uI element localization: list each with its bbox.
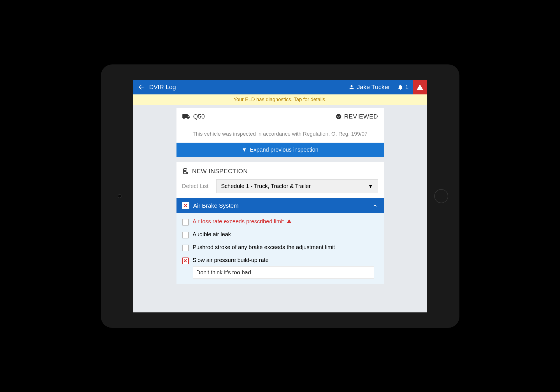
vehicle-header: Q50 REVIEWED xyxy=(176,108,384,125)
status-label: REVIEWED xyxy=(344,113,378,120)
user-menu[interactable]: Jake Tucker xyxy=(345,83,394,91)
defect-list-label: Defect List xyxy=(182,183,208,189)
check-circle-icon xyxy=(336,113,342,120)
back-button[interactable] xyxy=(133,83,149,91)
clipboard-icon xyxy=(182,168,189,175)
category-title: Air Brake System xyxy=(193,202,239,209)
defect-label: Slow air pressure build-up rate xyxy=(193,257,269,263)
diagnostics-bar[interactable]: Your ELD has diagnostics. Tap for detail… xyxy=(133,94,427,105)
notifications-button[interactable]: 1 xyxy=(393,83,412,91)
defect-item: Slow air pressure build-up rate Don't th… xyxy=(176,254,384,282)
chevron-up-icon xyxy=(372,203,378,209)
warning-icon xyxy=(287,219,292,224)
user-name: Jake Tucker xyxy=(357,83,390,91)
defect-checkbox[interactable] xyxy=(182,219,189,226)
expand-label: Expand previous inspection xyxy=(250,147,319,153)
category-checkbox[interactable] xyxy=(182,202,189,209)
notification-count: 1 xyxy=(405,83,408,91)
tablet-home-button[interactable] xyxy=(434,189,448,203)
person-icon xyxy=(348,84,355,90)
defect-item: Air loss rate exceeds prescribed limit xyxy=(176,215,384,228)
defect-list-row: Defect List Schedule 1 - Truck, Tractor … xyxy=(176,179,384,198)
defect-list-value: Schedule 1 - Truck, Tractor & Trailer xyxy=(221,183,311,189)
compliance-text: This vehicle was inspected in accordance… xyxy=(176,125,384,143)
defect-label: Audible air leak xyxy=(193,231,231,237)
category-header[interactable]: Air Brake System xyxy=(176,198,384,213)
arrow-left-icon xyxy=(138,83,145,91)
page-title: DVIR Log xyxy=(149,83,345,91)
defect-checkbox[interactable] xyxy=(182,245,189,251)
bell-icon xyxy=(397,84,403,90)
defect-label: Air loss rate exceeds prescribed limit xyxy=(193,218,284,224)
section-title: NEW INSPECTION xyxy=(192,168,248,175)
alert-button[interactable] xyxy=(413,80,427,94)
tablet-frame: DVIR Log Jake Tucker 1 Your ELD has diag… xyxy=(101,64,459,328)
content-area: Q50 REVIEWED This vehicle was inspected … xyxy=(133,105,427,312)
status-badge: REVIEWED xyxy=(336,113,378,120)
defect-item: Audible air leak xyxy=(176,228,384,241)
vehicle-name: Q50 xyxy=(193,113,205,120)
truck-icon xyxy=(182,113,190,120)
defect-note-input[interactable]: Don't think it's too bad xyxy=(193,266,375,279)
category-body: Air loss rate exceeds prescribed limit A… xyxy=(176,213,384,284)
defect-checkbox[interactable] xyxy=(182,258,189,264)
warning-icon xyxy=(417,84,423,91)
defect-label: Pushrod stroke of any brake exceeds the … xyxy=(193,244,335,250)
expand-previous-button[interactable]: ▼ Expand previous inspection xyxy=(176,143,384,157)
app-header: DVIR Log Jake Tucker 1 xyxy=(133,80,427,94)
defect-item: Pushrod stroke of any brake exceeds the … xyxy=(176,241,384,254)
dropdown-icon: ▼ xyxy=(368,183,373,189)
defect-checkbox[interactable] xyxy=(182,232,189,238)
vehicle-card: Q50 REVIEWED This vehicle was inspected … xyxy=(176,108,384,157)
triangle-down-icon: ▼ xyxy=(241,147,247,153)
app-screen: DVIR Log Jake Tucker 1 Your ELD has diag… xyxy=(133,80,427,312)
tablet-camera xyxy=(118,194,122,198)
defect-list-select[interactable]: Schedule 1 - Truck, Tractor & Trailer ▼ xyxy=(216,179,378,193)
inspection-section-header: NEW INSPECTION xyxy=(176,162,384,179)
inspection-card: NEW INSPECTION Defect List Schedule 1 - … xyxy=(176,162,384,284)
